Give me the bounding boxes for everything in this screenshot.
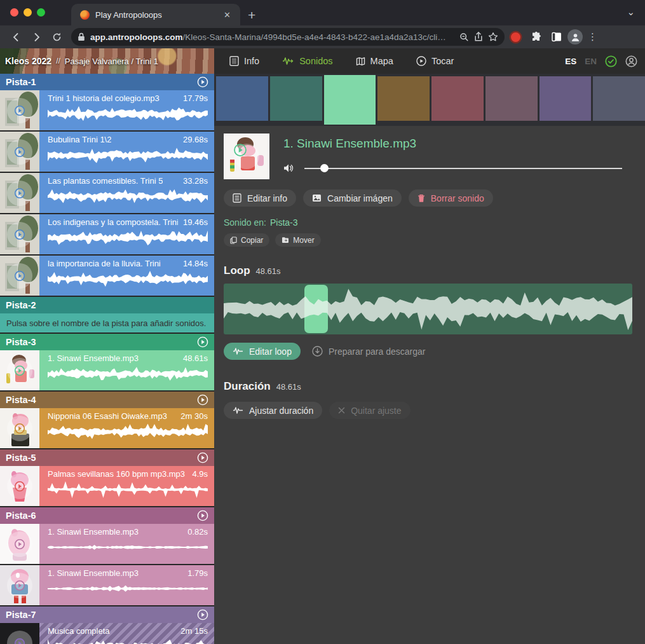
clip-thumbnail[interactable] <box>0 565 39 605</box>
account-icon[interactable] <box>625 55 637 67</box>
swatch-pista-2[interactable] <box>270 76 322 121</box>
bookmark-star-icon[interactable] <box>488 32 498 42</box>
track-play-icon[interactable] <box>197 394 208 406</box>
back-button[interactable] <box>6 27 25 46</box>
move-button[interactable]: Mover <box>275 233 320 247</box>
clip-thumbnail[interactable] <box>0 256 39 296</box>
clip-plantas[interactable]: Las plantas comestibles. Trini 5 33.28s <box>0 173 214 213</box>
loop-waveform-box[interactable] <box>224 284 632 334</box>
volume-slider[interactable] <box>304 164 622 172</box>
clip-thumbnail[interactable] <box>0 132 39 172</box>
address-bar[interactable]: app.antropoloops.com/Kleos-Santa-Marina/… <box>71 28 505 46</box>
track-header-pista-5[interactable]: Pista-5 <box>0 449 214 466</box>
duration-heading: Duración48.61s <box>224 380 639 393</box>
clip-bubulina[interactable]: Bubulina Trini 1\2 29.68s <box>0 132 214 172</box>
track-play-icon[interactable] <box>197 336 208 348</box>
lock-icon[interactable] <box>78 32 85 41</box>
volume-thumb[interactable] <box>320 164 329 172</box>
loop-waveform <box>224 284 632 334</box>
clip-thumbnail[interactable] <box>0 466 39 506</box>
edit-loop-button[interactable]: Editar loop <box>224 343 301 360</box>
swatch-pista-3-selected[interactable] <box>324 75 376 125</box>
change-image-button[interactable]: Cambiar imágen <box>303 189 402 207</box>
clip-thumbnail[interactable] <box>0 524 39 564</box>
lang-en-button[interactable]: EN <box>585 57 597 66</box>
clip-trini-historia[interactable]: Trini 1 historia del colegio.mp3 17.79s <box>0 90 214 130</box>
clip-thumbnail[interactable] <box>0 173 39 213</box>
tab-info[interactable]: Info <box>229 56 259 66</box>
track-play-icon[interactable] <box>197 76 208 88</box>
swatch-pista-1[interactable] <box>216 76 268 121</box>
swatch-pista-8[interactable] <box>593 76 645 121</box>
clip-waveform <box>48 422 208 441</box>
tab-search-chevron-icon[interactable]: ⌄ <box>627 6 635 18</box>
clip-thumbnail[interactable] <box>0 90 39 130</box>
track-header-pista-4[interactable]: Pista-4 <box>0 392 214 408</box>
track-header-pista-1[interactable]: Pista-1 <box>0 74 214 90</box>
share-icon[interactable] <box>474 32 483 42</box>
clip-sinawi-selected[interactable]: 1. Sinawi Ensemble.mp3 48.61s <box>0 350 214 390</box>
lang-es-button[interactable]: ES <box>565 57 576 66</box>
project-breadcrumb[interactable]: Kleos 2022 // Pasaje Valvanera / Trini 1 <box>0 48 214 74</box>
clip-thumbnail[interactable] <box>0 408 39 448</box>
track-play-icon[interactable] <box>197 452 208 463</box>
clip-musica-completa[interactable]: Musica completa 2m 15s <box>0 623 214 644</box>
extensions-puzzle-icon[interactable] <box>527 27 546 46</box>
swatch-pista-4[interactable] <box>377 76 430 121</box>
track-link[interactable]: Pista-3 <box>270 217 298 228</box>
clip-thumbnail[interactable] <box>0 623 39 644</box>
adjust-duration-button[interactable]: Ajustar duración <box>224 402 322 419</box>
tab-mapa[interactable]: Mapa <box>356 56 393 66</box>
recording-extension-icon[interactable] <box>511 32 520 42</box>
track-name: Pista-6 <box>6 510 36 521</box>
side-panel-icon[interactable] <box>547 27 566 46</box>
clip-thumbnail[interactable] <box>0 350 39 390</box>
clip-sinawi-6a[interactable]: 1. Sinawi Ensemble.mp3 0.82s <box>0 524 214 564</box>
prepare-download-button[interactable]: Preparar para descargar <box>312 346 426 357</box>
reload-button[interactable] <box>47 27 66 46</box>
swatch-pista-7[interactable] <box>540 76 592 121</box>
close-window-button[interactable] <box>10 8 18 17</box>
clip-title: Trini 1 historia del colegio.mp3 <box>48 93 160 103</box>
clip-waveform <box>48 270 208 289</box>
app-header: Kleos 2022 // Pasaje Valvanera / Trini 1… <box>0 48 645 74</box>
minimize-window-button[interactable] <box>24 8 32 17</box>
tab-sonidos[interactable]: Sonidos <box>282 56 332 66</box>
track-play-icon[interactable] <box>197 510 208 521</box>
zoom-window-button[interactable] <box>37 8 45 17</box>
track-header-pista-2[interactable]: Pista-2 <box>0 297 214 313</box>
remove-adjust-button[interactable]: Quitar ajuste <box>329 402 410 419</box>
clip-palmas[interactable]: Palmas sevillanas 160 bpm mp3.mp3 4.9s <box>0 466 214 506</box>
loop-label: Loop <box>224 264 250 277</box>
volume-icon[interactable] <box>283 163 294 173</box>
swatch-pista-6[interactable] <box>485 76 538 121</box>
track-header-pista-3[interactable]: Pista-3 <box>0 334 214 350</box>
sound-thumbnail[interactable] <box>224 134 269 179</box>
profile-avatar[interactable] <box>567 29 583 45</box>
forward-button[interactable] <box>27 27 46 46</box>
delete-sound-button[interactable]: Borrar sonido <box>409 189 493 207</box>
clip-nipponia[interactable]: Nipponia 06 Esashi Oiwake.mp3 2m 30s <box>0 408 214 448</box>
clip-indigenas[interactable]: Los indigenas y la compostela. Trini 19.… <box>0 214 214 254</box>
track-header-pista-6[interactable]: Pista-6 <box>0 507 214 524</box>
clip-lluvia[interactable]: la importancia de la lluvia. Trini 14.84… <box>0 256 214 296</box>
close-tab-icon[interactable]: ✕ <box>221 9 234 21</box>
swatch-pista-5[interactable] <box>431 76 484 121</box>
copy-button[interactable]: Copiar <box>224 233 269 247</box>
track-header-pista-7[interactable]: Pista-7 <box>0 606 214 623</box>
clip-thumbnail[interactable] <box>0 214 39 254</box>
edit-info-button[interactable]: Editar info <box>224 189 296 207</box>
browser-tab[interactable]: Play Antropoloops ✕ <box>71 4 240 25</box>
clip-sinawi-6b[interactable]: 1. Sinawi Ensemble.mp3 1.79s <box>0 565 214 605</box>
saved-check-icon[interactable] <box>605 55 617 67</box>
tab-title: Play Antropoloops <box>95 10 221 20</box>
track-play-icon[interactable] <box>197 609 208 620</box>
url-text: app.antropoloops.com/Kleos-Santa-Marina/… <box>90 32 454 42</box>
image-icon <box>312 194 322 202</box>
tab-tocar[interactable]: Tocar <box>416 56 454 66</box>
play-sound-button[interactable] <box>234 144 259 169</box>
browser-menu-icon[interactable]: ⋮ <box>584 31 601 43</box>
new-tab-button[interactable]: + <box>248 8 255 22</box>
zoom-page-icon[interactable] <box>459 32 469 42</box>
move-label: Mover <box>293 236 314 245</box>
